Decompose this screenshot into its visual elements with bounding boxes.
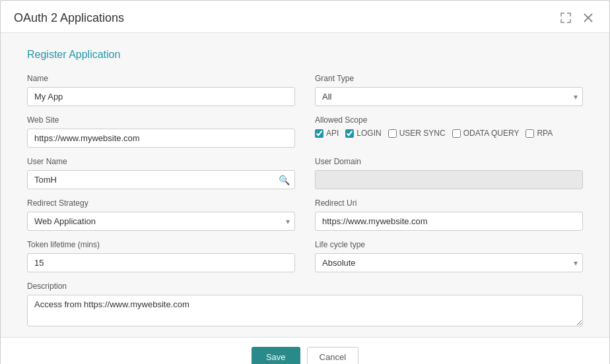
scope-rpa-label: RPA [537,129,553,138]
close-icon [584,13,593,22]
grant-type-select-wrapper: All Authorization Code Client Credential… [315,87,583,106]
scope-rpa[interactable]: RPA [525,129,553,138]
dialog-header: OAuth 2 Applications [1,1,609,33]
allowed-scope-label: Allowed Scope [315,115,583,125]
save-button[interactable]: Save [252,347,300,364]
redirect-uri-group: Redirect Uri [315,198,583,231]
oauth-dialog: OAuth 2 Applications Register Applicati [0,0,610,364]
form-grid: Name Grant Type All Authorization Code C… [27,74,583,326]
scope-checkboxes: API LOGIN USER SYNC ODATA QUERY [315,129,583,138]
username-input[interactable] [27,170,295,189]
lifecycle-type-group: Life cycle type Absolute Sliding ▾ [315,240,583,272]
grant-type-label: Grant Type [315,74,583,83]
username-label: User Name [27,157,295,166]
header-icons [558,10,596,26]
close-button[interactable] [580,10,596,26]
expand-button[interactable] [558,10,574,26]
lifecycle-type-label: Life cycle type [315,240,583,249]
section-title: Register Application [27,49,583,61]
redirect-strategy-label: Redirect Strategy [27,198,295,208]
scope-odata-query-label: ODATA QUERY [463,129,520,138]
dialog-footer: Save Cancel [1,337,609,364]
lifecycle-type-select-wrapper: Absolute Sliding ▾ [315,253,583,272]
grant-type-group: Grant Type All Authorization Code Client… [315,74,583,106]
website-input[interactable] [27,129,295,148]
lifecycle-type-select[interactable]: Absolute Sliding [315,253,583,272]
user-domain-group: User Domain [315,157,583,189]
website-label: Web Site [27,115,295,125]
user-domain-input [315,170,583,189]
token-lifetime-group: Token lifetime (mins) [27,240,295,272]
redirect-strategy-group: Redirect Strategy Web Application Native… [27,198,295,231]
description-textarea[interactable]: Access from https://www.mywebsite.com [27,295,583,326]
user-domain-label: User Domain [315,157,583,166]
redirect-strategy-select[interactable]: Web Application Native Single Page Appli… [27,212,295,231]
grant-type-select[interactable]: All Authorization Code Client Credential… [315,87,583,106]
username-group: User Name 🔍 [27,157,295,189]
scope-odata-query[interactable]: ODATA QUERY [452,129,520,138]
scope-api[interactable]: API [315,129,339,138]
cancel-button[interactable]: Cancel [307,347,358,364]
redirect-uri-input[interactable] [315,212,583,231]
redirect-strategy-select-wrapper: Web Application Native Single Page Appli… [27,212,295,231]
scope-user-sync[interactable]: USER SYNC [388,129,446,138]
search-icon[interactable]: 🔍 [279,175,290,185]
scope-login-label: LOGIN [356,129,381,138]
dialog-title: OAuth 2 Applications [14,11,124,25]
username-input-wrapper: 🔍 [27,170,295,189]
expand-icon [560,13,571,23]
scope-api-checkbox[interactable] [315,129,323,138]
dialog-body: Register Application Name Grant Type All… [1,33,609,337]
scope-rpa-checkbox[interactable] [525,129,534,138]
scope-api-label: API [326,129,339,138]
description-group: Description Access from https://www.mywe… [27,282,583,326]
scope-user-sync-label: USER SYNC [399,129,446,138]
name-input[interactable] [27,87,295,106]
scope-user-sync-checkbox[interactable] [388,129,397,138]
token-lifetime-label: Token lifetime (mins) [27,240,295,249]
section-title-suffix: Application [69,49,120,60]
website-group: Web Site [27,115,295,148]
scope-login[interactable]: LOGIN [345,129,381,138]
name-label: Name [27,74,295,83]
description-label: Description [27,282,583,291]
section-title-prefix: Register [27,49,69,60]
scope-login-checkbox[interactable] [345,129,354,138]
scope-odata-query-checkbox[interactable] [452,129,461,138]
token-lifetime-input[interactable] [27,253,295,272]
allowed-scope-group: Allowed Scope API LOGIN USER SYNC [315,115,583,148]
name-group: Name [27,74,295,106]
redirect-uri-label: Redirect Uri [315,198,583,208]
